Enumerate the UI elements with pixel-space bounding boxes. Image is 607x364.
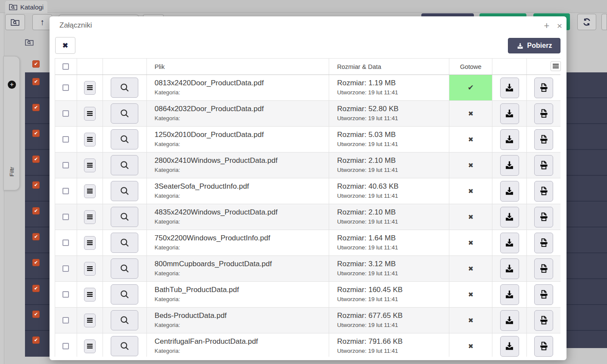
- search-icon: [119, 160, 130, 171]
- row-print-button[interactable]: [534, 207, 553, 227]
- search-icon: [119, 315, 130, 326]
- folder-search-button[interactable]: [5, 14, 25, 30]
- row-checkbox[interactable]: [62, 162, 69, 168]
- row-menu-button[interactable]: [84, 314, 96, 327]
- row-download-button[interactable]: [500, 129, 519, 150]
- row-preview-button[interactable]: [111, 207, 138, 227]
- background-row-checkbox[interactable]: ✔: [32, 181, 40, 189]
- row-download-button[interactable]: [500, 181, 519, 202]
- row-download-button[interactable]: [500, 310, 519, 331]
- row-print-button[interactable]: [534, 129, 553, 150]
- search-icon: [119, 237, 130, 248]
- search-icon: [119, 212, 130, 222]
- modal-add-icon[interactable]: +: [541, 21, 553, 32]
- row-menu-button[interactable]: [84, 81, 96, 95]
- ready-icon: ✖: [468, 239, 473, 247]
- row-checkbox[interactable]: [62, 265, 69, 272]
- row-print-button[interactable]: [534, 155, 553, 176]
- background-row-checkbox[interactable]: ✔: [32, 104, 40, 111]
- row-menu-button[interactable]: [84, 210, 96, 224]
- row-preview-button[interactable]: [111, 284, 138, 305]
- grid-config-button[interactable]: [551, 61, 561, 71]
- row-checkbox[interactable]: [62, 240, 69, 246]
- download-all-button[interactable]: Pobierz: [508, 38, 560, 53]
- row-download-button[interactable]: [500, 336, 519, 357]
- row-download-button[interactable]: [500, 103, 519, 124]
- row-checkbox[interactable]: [62, 214, 69, 220]
- row-menu-button[interactable]: [84, 133, 96, 146]
- row-download-button[interactable]: [500, 207, 519, 227]
- row-menu-button[interactable]: [84, 159, 96, 172]
- background-row-checkbox[interactable]: ✔: [32, 78, 40, 85]
- row-download-button[interactable]: [500, 258, 519, 279]
- background-row-checkbox[interactable]: ✔: [32, 233, 40, 240]
- row-print-button[interactable]: [534, 336, 553, 357]
- menu-icon: [87, 292, 93, 297]
- row-checkbox[interactable]: [62, 136, 69, 143]
- menu-icon: [87, 266, 93, 271]
- tab-katalogi[interactable]: Katalogi: [5, 1, 47, 13]
- file-size: Rozmiar: 1.19 MB: [337, 79, 449, 87]
- row-menu-button[interactable]: [84, 236, 96, 250]
- modal-close-icon[interactable]: ×: [554, 21, 566, 32]
- row-download-button[interactable]: [500, 233, 519, 253]
- background-row-checkbox[interactable]: ✔: [32, 259, 40, 266]
- row-checkbox[interactable]: [62, 343, 69, 349]
- column-header-file[interactable]: Plik: [147, 59, 330, 75]
- row-preview-button[interactable]: [111, 310, 138, 330]
- file-created: Utworzone: 19 lut 11:41: [337, 348, 449, 354]
- row-menu-button[interactable]: [84, 184, 96, 198]
- file-category: Kategoria:: [155, 322, 329, 328]
- ready-status: ✖: [449, 308, 492, 333]
- row-preview-button[interactable]: [111, 258, 138, 279]
- file-name: 0864x2032Door_ProductData.pdf: [155, 105, 329, 113]
- background-row-checkbox[interactable]: ✔: [32, 207, 40, 215]
- row-preview-button[interactable]: [111, 129, 138, 149]
- toolbar-partial-button[interactable]: [601, 14, 607, 30]
- row-print-button[interactable]: [534, 258, 553, 279]
- background-row-checkbox[interactable]: ✔: [32, 311, 40, 318]
- row-preview-button[interactable]: [111, 78, 138, 98]
- row-checkbox[interactable]: [62, 291, 69, 298]
- row-menu-button[interactable]: [84, 107, 96, 121]
- modal-title: Załączniki: [59, 21, 92, 30]
- column-header-ready[interactable]: Gotowe: [449, 59, 492, 75]
- row-preview-button[interactable]: [111, 336, 138, 356]
- download-icon: [504, 186, 514, 196]
- row-checkbox[interactable]: [62, 188, 69, 194]
- row-print-button[interactable]: [534, 181, 553, 202]
- row-checkbox[interactable]: [62, 317, 69, 324]
- row-checkbox[interactable]: [62, 110, 69, 117]
- ready-status: ✖: [449, 256, 492, 281]
- background-row-checkbox[interactable]: ✔: [32, 336, 40, 344]
- row-preview-button[interactable]: [111, 155, 138, 175]
- row-checkbox[interactable]: [62, 84, 69, 91]
- row-preview-button[interactable]: [111, 103, 138, 124]
- row-print-button[interactable]: [534, 103, 553, 124]
- row-print-button[interactable]: [534, 78, 553, 98]
- row-download-button[interactable]: [500, 78, 519, 98]
- row-download-button[interactable]: [500, 155, 519, 176]
- close-button[interactable]: ✖: [55, 37, 75, 54]
- filter-panel[interactable]: + Filtr: [3, 56, 20, 190]
- ready-status: ✖: [449, 204, 492, 230]
- row-preview-button[interactable]: [111, 181, 138, 201]
- row-print-button[interactable]: [534, 284, 553, 305]
- select-all-checkbox[interactable]: [62, 63, 69, 70]
- row-menu-button[interactable]: [84, 262, 96, 276]
- row-download-button[interactable]: [500, 284, 519, 305]
- row-print-button[interactable]: [534, 233, 553, 253]
- row-print-button[interactable]: [534, 310, 553, 331]
- column-header-size-date[interactable]: Rozmiar & Data: [329, 59, 449, 75]
- download-icon: [504, 109, 514, 118]
- background-select-all-checkbox[interactable]: ✔: [32, 60, 40, 68]
- refresh-button[interactable]: [577, 14, 596, 30]
- row-menu-button[interactable]: [84, 339, 96, 353]
- background-row-checkbox[interactable]: ✔: [32, 285, 40, 292]
- background-row-checkbox[interactable]: ✔: [32, 156, 40, 163]
- row-menu-button[interactable]: [84, 288, 96, 302]
- download-all-label: Pobierz: [527, 42, 552, 50]
- background-row-checkbox[interactable]: ✔: [32, 130, 40, 137]
- row-preview-button[interactable]: [111, 233, 138, 253]
- filter-add-icon[interactable]: +: [8, 81, 16, 89]
